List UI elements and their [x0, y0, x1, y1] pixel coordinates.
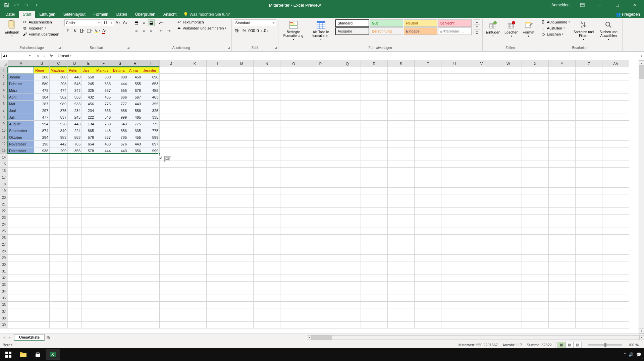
cell[interactable] [576, 154, 602, 161]
cell[interactable] [8, 268, 34, 275]
cell[interactable] [576, 127, 602, 134]
cell[interactable] [230, 221, 254, 228]
cell[interactable] [415, 235, 441, 241]
cell[interactable] [495, 101, 522, 107]
cell[interactable] [280, 94, 307, 101]
cell[interactable] [307, 80, 334, 87]
save-icon[interactable] [3, 1, 10, 9]
cell[interactable]: 576 [82, 134, 95, 141]
sheet-nav-next-icon[interactable]: ► [7, 335, 12, 340]
find-select-button[interactable]: Suchen und Auswählen ▾ [597, 19, 620, 42]
cell[interactable] [8, 322, 34, 328]
cell[interactable] [415, 188, 441, 194]
cell[interactable] [307, 94, 334, 101]
cell[interactable] [522, 194, 549, 201]
cell[interactable] [468, 147, 495, 154]
cell[interactable] [183, 221, 207, 228]
cell[interactable] [8, 282, 34, 288]
cell[interactable] [112, 282, 128, 288]
cell[interactable] [602, 194, 629, 201]
column-header[interactable]: A [8, 60, 34, 67]
cell[interactable] [388, 288, 415, 295]
collapse-ribbon-icon[interactable]: ⌃ [641, 358, 643, 361]
cell[interactable] [361, 94, 388, 101]
cell[interactable] [183, 141, 207, 147]
cell[interactable] [112, 235, 128, 241]
column-header[interactable]: J [160, 60, 183, 67]
column-header[interactable]: L [207, 60, 230, 67]
cell[interactable] [576, 248, 602, 255]
cell[interactable] [307, 154, 334, 161]
cell[interactable]: 198 [34, 141, 50, 147]
add-sheet-button[interactable]: ⊕ [45, 335, 52, 340]
cell[interactable]: Peter [68, 67, 82, 74]
cell[interactable] [128, 215, 142, 221]
cell[interactable] [576, 87, 602, 94]
cell[interactable] [495, 114, 522, 121]
cell[interactable] [602, 241, 629, 248]
cell[interactable] [280, 134, 307, 141]
cell[interactable] [522, 241, 549, 248]
cell[interactable]: 299 [50, 147, 68, 154]
cell[interactable] [230, 101, 254, 107]
cell[interactable] [334, 80, 361, 87]
cell[interactable] [82, 228, 95, 235]
cell[interactable] [280, 74, 307, 80]
cell[interactable] [50, 255, 68, 261]
cell[interactable] [160, 201, 183, 208]
cell[interactable] [415, 248, 441, 255]
cell[interactable] [415, 228, 441, 235]
cell[interactable] [254, 147, 280, 154]
cell[interactable] [142, 168, 160, 174]
cell[interactable] [602, 127, 629, 134]
formula-input[interactable]: Umsatz [56, 54, 639, 58]
cell[interactable] [112, 201, 128, 208]
cell[interactable] [307, 181, 334, 188]
cell[interactable] [128, 221, 142, 228]
cell[interactable] [388, 268, 415, 275]
expand-formula-icon[interactable]: ▾ [639, 52, 644, 60]
cell[interactable] [415, 315, 441, 322]
zoom-in-icon[interactable]: + [624, 343, 626, 347]
cell[interactable]: 356 [112, 127, 128, 134]
cell[interactable]: 432 [82, 94, 95, 101]
cell[interactable] [183, 248, 207, 255]
cell[interactable] [8, 194, 34, 201]
cell[interactable] [549, 282, 576, 288]
cell[interactable] [415, 101, 441, 107]
cell[interactable] [207, 101, 230, 107]
cell-style-option[interactable]: Neutral [404, 19, 437, 27]
cell[interactable] [160, 308, 183, 315]
cell[interactable]: 938 [34, 147, 50, 154]
column-headers[interactable]: ABCDEFGHIJKLMNOPQRSTUVWXYZAA [8, 60, 629, 67]
cell[interactable] [160, 215, 183, 221]
cell[interactable]: 222 [82, 114, 95, 121]
cell[interactable] [415, 107, 441, 114]
increase-font-icon[interactable]: A↑ [115, 19, 121, 26]
cell[interactable] [142, 154, 160, 161]
cell[interactable]: Anna [128, 67, 142, 74]
cell[interactable] [8, 275, 34, 282]
cell[interactable] [254, 255, 280, 261]
cell[interactable] [68, 235, 82, 241]
cell[interactable]: 465 [128, 114, 142, 121]
cell[interactable] [230, 67, 254, 74]
cell[interactable] [230, 107, 254, 114]
cell[interactable] [388, 241, 415, 248]
cell[interactable] [68, 275, 82, 282]
cell[interactable] [82, 255, 95, 261]
select-all-cell[interactable] [0, 60, 8, 67]
cell[interactable] [68, 302, 82, 308]
cell[interactable] [576, 315, 602, 322]
cell[interactable] [522, 295, 549, 302]
cell[interactable]: 775 [142, 127, 160, 134]
cell-style-option[interactable]: Ausgabe [335, 27, 369, 35]
cell[interactable] [142, 221, 160, 228]
cell[interactable] [183, 201, 207, 208]
row-header[interactable]: 9 [0, 121, 8, 127]
insert-cells-button[interactable]: + Einfügen ▾ [485, 19, 502, 38]
cell[interactable] [361, 228, 388, 235]
cell[interactable] [495, 308, 522, 315]
cell[interactable] [8, 201, 34, 208]
cell[interactable] [254, 114, 280, 121]
